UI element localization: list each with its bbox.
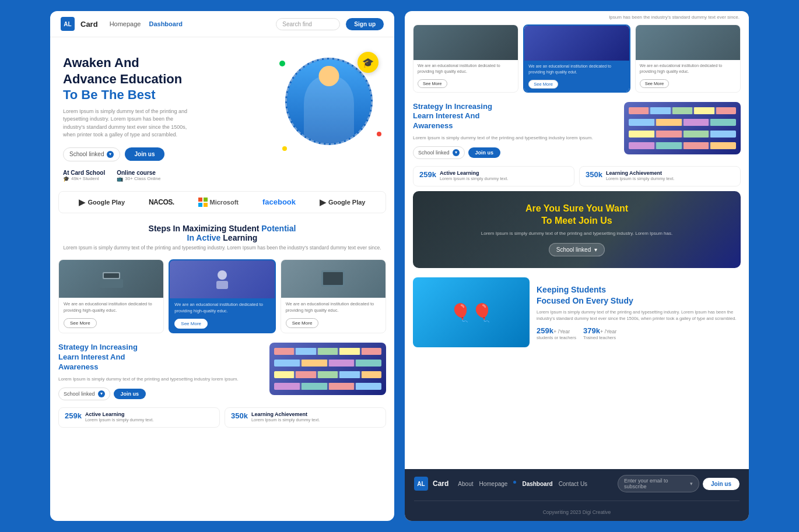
r-book-12: [684, 131, 709, 138]
logo-left: AL: [61, 17, 75, 31]
r-book-9: [710, 119, 736, 126]
right-see-more-3[interactable]: See More: [640, 79, 670, 88]
strategy-actions-right: School linked ▾ Join us: [413, 146, 618, 159]
stats-box-1-right: 259k Active Learning Lorem Ipsum is simp…: [413, 166, 574, 186]
stats-label-2-left: Learning Achievement: [251, 411, 320, 417]
brand-left: Card: [80, 20, 98, 29]
see-more-btn-3[interactable]: See More: [286, 318, 319, 328]
stats-num-2-right: 350k: [586, 170, 602, 179]
right-card-img-1: [413, 25, 518, 60]
footer-links: About Homepage Dashboard Contact Us: [458, 481, 587, 487]
hero-circle: [285, 58, 373, 145]
school-select[interactable]: School linked ▾: [63, 147, 120, 161]
strategy-join-right[interactable]: Join us: [468, 147, 501, 158]
microsoft-icon: [198, 198, 208, 207]
strategy-highlight-right: Interest And: [436, 111, 479, 120]
shelf-visual-left: [269, 343, 386, 395]
stats-num-2-left: 350k: [231, 411, 248, 420]
r-book-13: [710, 131, 736, 138]
r-book-16: [684, 142, 709, 149]
r-book-1: [629, 107, 649, 114]
hero-image-area: 🎓: [276, 49, 381, 154]
right-see-more-2[interactable]: See More: [528, 80, 558, 89]
book-17: [329, 383, 355, 390]
focused-highlight: Every Study: [586, 296, 633, 305]
stat-school: At Card School 🎓 49k+ Student: [63, 170, 105, 182]
strategy-title-left: Strategy In Increasing Learn Interest An…: [58, 343, 264, 372]
join-button-hero[interactable]: Join us: [125, 147, 164, 161]
focused-stat-1: 259k+ /Year students or teachers: [537, 326, 576, 340]
hero-title: Awaken And Advance Education: [63, 55, 271, 87]
shelf-row-1: [274, 348, 381, 355]
google-play-icon-1: ▶: [79, 198, 85, 207]
join-want-text: Want: [606, 203, 629, 213]
svg-rect-2: [198, 203, 202, 207]
book-13: [339, 371, 359, 378]
strategy-text-left: Strategy In Increasing Learn Interest An…: [58, 343, 264, 400]
svg-rect-1: [204, 198, 208, 202]
strategy-highlight-left: Interest And: [81, 353, 125, 361]
footer-email-input[interactable]: Enter your email to subscribe ▾: [618, 475, 699, 492]
book-6: [274, 360, 300, 367]
book-11: [296, 371, 316, 378]
stats-sub-1-right: Lorem Ipsum is simply dummy text.: [440, 176, 509, 182]
strategy-join-left[interactable]: Join us: [114, 389, 146, 399]
hero-text: Awaken And Advance Education To Be The B…: [63, 49, 271, 182]
right-panel: Ipsum has been the industry's standard d…: [405, 11, 749, 521]
strategy-select-right[interactable]: School linked ▾: [413, 146, 465, 159]
steps-heading: Steps In Maximizing Student Potential In…: [62, 224, 383, 242]
right-card-2: We are an educational institution dedica…: [523, 24, 630, 93]
navbar-left: AL Card Homepage Dashboard Search find S…: [50, 11, 394, 37]
nav-dashboard-left[interactable]: Dashboard: [149, 20, 182, 27]
google-play-icon-2: ▶: [320, 198, 326, 207]
stats-num-1-left: 259k: [65, 411, 82, 420]
right-card-desc-2: We are an educational institution dedica…: [528, 64, 625, 75]
see-more-btn-1[interactable]: See More: [64, 318, 97, 328]
hero-stats: At Card School 🎓 49k+ Student Online cou…: [63, 170, 271, 182]
brand-google-play-1: ▶ Google Play: [79, 198, 125, 207]
strategy-text-right: Strategy In Increasing Learn Interest An…: [413, 102, 618, 160]
focused-num-1: 259k+ /Year: [537, 326, 576, 335]
join-select[interactable]: School linked ▾: [549, 243, 605, 256]
footer-logo: AL: [414, 477, 428, 491]
hero-badge: 🎓: [358, 52, 379, 73]
book-10: [274, 371, 294, 378]
card-3-left: We are an educational institution dedica…: [281, 259, 386, 333]
footer-contact[interactable]: Contact Us: [559, 481, 587, 487]
stats-sub-2-right: Lorem Ipsum is simply dummy text.: [606, 176, 675, 182]
book-2: [296, 348, 316, 355]
card-1-left: We are an educational institution dedica…: [58, 259, 164, 333]
r-book-11: [656, 131, 682, 138]
see-more-btn-2[interactable]: See More: [174, 319, 208, 329]
search-left[interactable]: Search find: [276, 18, 340, 30]
join-section: Are You Sure You Want To Meet Join Us Lo…: [413, 191, 741, 269]
footer-join-button[interactable]: Join us: [703, 478, 740, 490]
footer-dashboard[interactable]: Dashboard: [522, 481, 552, 487]
book-12: [318, 371, 338, 378]
footer-about[interactable]: About: [458, 481, 473, 487]
card-2-left: We are an educational institution dedica…: [169, 259, 275, 333]
right-card-3: We are an educational institution dedica…: [635, 24, 741, 93]
card-body-3: We are an educational institution dedica…: [281, 298, 386, 332]
cards-row-left: We are an educational institution dedica…: [50, 255, 394, 338]
focused-section: 🎈🎈 Keeping Students Focused On Every Stu…: [405, 273, 749, 352]
r-shelf-row-2: [629, 119, 736, 126]
book-8: [329, 360, 355, 367]
book-3: [318, 348, 338, 355]
right-see-more-1[interactable]: See More: [418, 79, 447, 88]
focused-image: 🎈🎈: [413, 277, 530, 347]
strategy-select-left[interactable]: School linked ▾: [58, 387, 110, 400]
email-chevron-icon: ▾: [690, 481, 693, 487]
join-chevron-icon: ▾: [594, 246, 597, 253]
stats-row-left: 259k Active Learning Lorem Ipsum is simp…: [50, 405, 394, 432]
card-img-2: [170, 260, 274, 298]
book-15: [274, 383, 300, 390]
brand-facebook: facebook: [262, 198, 296, 206]
strategy-desc-right: Lorem Ipsum is simply dummy text of the …: [413, 135, 618, 142]
focused-label-1: students or teachers: [537, 335, 576, 340]
footer: AL Card About Homepage Dashboard Contact…: [405, 469, 749, 521]
nav-homepage-left[interactable]: Homepage: [110, 20, 141, 27]
signup-button-left[interactable]: Sign up: [346, 18, 384, 30]
footer-homepage[interactable]: Homepage: [479, 481, 507, 487]
svg-point-7: [218, 270, 227, 280]
